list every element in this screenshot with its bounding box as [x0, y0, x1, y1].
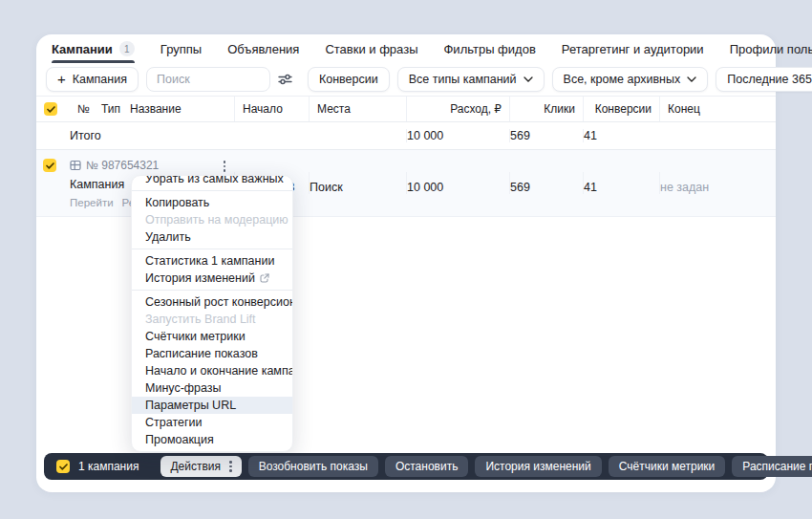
menu-item-start-end[interactable]: Начало и окончание кампании — [132, 362, 292, 379]
check-icon — [47, 106, 55, 113]
tab-label: Кампании — [52, 42, 113, 56]
menu-item-seasonal-growth[interactable]: Сезонный рост конверсионности — [132, 293, 292, 311]
check-icon — [59, 464, 68, 470]
external-link-icon — [260, 273, 269, 283]
row-check-cell — [36, 150, 70, 216]
select-all-checkbox[interactable] — [44, 102, 57, 116]
actions-button[interactable]: Действия — [160, 456, 241, 477]
totals-label: Итого — [70, 129, 234, 142]
sliders-icon — [278, 73, 292, 86]
conversions-button[interactable]: Конверсии — [308, 67, 390, 92]
schedule-button[interactable]: Расписание показов — [732, 456, 812, 477]
col-name[interactable]: Название — [122, 97, 234, 121]
col-conversions[interactable]: Конверсии — [583, 97, 659, 121]
menu-item-url-params[interactable]: Параметры URL — [132, 397, 292, 414]
counters-button[interactable]: Счётчики метрики — [609, 456, 726, 477]
menu-item-statistics[interactable]: Статистика 1 кампании — [132, 252, 292, 270]
menu-item-minus-phrases[interactable]: Минус-фразы — [132, 379, 292, 397]
tab-groups[interactable]: Группы — [160, 34, 202, 63]
stop-button[interactable]: Остановить — [385, 456, 469, 477]
history-button[interactable]: История изменений — [475, 456, 601, 477]
more-icon — [229, 461, 232, 472]
resume-shows-button[interactable]: Возобновить показы — [248, 456, 378, 477]
campaign-places: Поиск — [309, 172, 406, 194]
tab-retargeting[interactable]: Ретаргетинг и аудитории — [562, 34, 704, 63]
col-start[interactable]: Начало — [234, 97, 309, 121]
main-panel: Кампании 1 Группы Объявления Ставки и фр… — [36, 34, 776, 492]
tab-bids-phrases[interactable]: Ставки и фразы — [325, 34, 417, 63]
menu-item-promo[interactable]: Промоакция — [132, 431, 292, 448]
tab-feed-filters[interactable]: Фильтры фидов — [443, 34, 535, 63]
check-icon — [46, 162, 54, 169]
campaign-number[interactable]: № 987654321 — [86, 159, 159, 172]
date-range-select[interactable]: Последние 365 дней — [716, 67, 812, 92]
chevron-down-icon — [687, 76, 696, 82]
col-spend[interactable]: Расход, ₽ — [406, 97, 509, 121]
bulk-actions-bar: 1 кампания Действия Возобновить показы О… — [44, 453, 768, 480]
campaign-context-menu: Убрать из самых важных Копировать Отправ… — [131, 175, 293, 452]
menu-item-remove-important[interactable]: Убрать из самых важных — [132, 175, 292, 187]
filter-settings-button[interactable] — [278, 67, 292, 92]
menu-section-edit: Копировать Отправить на модерацию Удалит… — [132, 190, 292, 249]
menu-section-settings: Сезонный рост конверсионности Запустить … — [132, 290, 292, 451]
campaign-type-filter-select[interactable]: Все типы кампаний — [397, 67, 545, 92]
tab-user-profiles[interactable]: Профили пользователей — [730, 34, 812, 63]
select-all-cell — [36, 97, 70, 121]
col-number[interactable]: № — [70, 97, 94, 121]
menu-item-delete[interactable]: Удалить — [132, 228, 292, 246]
menu-item-brand-lift: Запустить Brand Lift — [132, 311, 292, 328]
top-tabs: Кампании 1 Группы Объявления Ставки и фр… — [36, 34, 776, 63]
tab-campaigns[interactable]: Кампании 1 — [52, 34, 135, 63]
menu-item-change-history[interactable]: История изменений — [132, 270, 292, 287]
col-places[interactable]: Места — [309, 97, 406, 121]
row-checkbox[interactable] — [43, 159, 56, 172]
go-link[interactable]: Перейти — [70, 197, 114, 208]
search-input[interactable] — [146, 67, 270, 92]
totals-row: Итого 10 000 569 41 — [36, 122, 776, 150]
totals-clicks: 569 — [509, 129, 583, 142]
menu-item-show-schedule[interactable]: Расписание показов — [132, 345, 292, 362]
selection-info: 1 кампания — [56, 460, 139, 473]
toolbar: + Кампания Конверсии Все типы кампаний В… — [36, 63, 776, 96]
table-header: № Тип Название Начало Места Расход, ₽ Кл… — [36, 96, 776, 122]
col-end[interactable]: Конец — [659, 97, 776, 121]
campaign-type-icon — [70, 160, 81, 171]
chevron-down-icon — [524, 76, 533, 82]
tab-ads[interactable]: Объявления — [227, 34, 299, 63]
selection-checkbox[interactable] — [56, 460, 70, 473]
archive-filter-select[interactable]: Все, кроме архивных — [552, 67, 709, 92]
campaign-spend: 10 000 — [406, 172, 509, 194]
menu-item-strategies[interactable]: Стратегии — [132, 414, 292, 431]
add-campaign-button[interactable]: + Кампания — [46, 67, 139, 92]
col-clicks[interactable]: Клики — [509, 97, 583, 121]
totals-spend: 10 000 — [406, 129, 509, 142]
campaign-number-line: № 987654321 — [70, 159, 226, 172]
campaign-clicks: 569 — [509, 172, 583, 194]
plus-icon: + — [57, 72, 66, 86]
col-type[interactable]: Тип — [94, 97, 122, 121]
menu-section-pin: Убрать из самых важных — [132, 176, 292, 190]
row-menu-button[interactable] — [217, 159, 232, 174]
totals-conversions: 41 — [583, 129, 659, 142]
menu-section-stats: Статистика 1 кампании История изменений — [132, 249, 292, 290]
menu-item-metrica-counters[interactable]: Счётчики метрики — [132, 328, 292, 345]
menu-item-send-moderation: Отправить на модерацию — [132, 211, 292, 228]
campaign-end: не задан — [659, 172, 776, 194]
selection-count-label: 1 кампания — [78, 460, 139, 473]
menu-item-copy[interactable]: Копировать — [132, 194, 292, 211]
campaign-conversions: 41 — [583, 172, 659, 194]
tab-campaigns-badge: 1 — [119, 41, 135, 56]
